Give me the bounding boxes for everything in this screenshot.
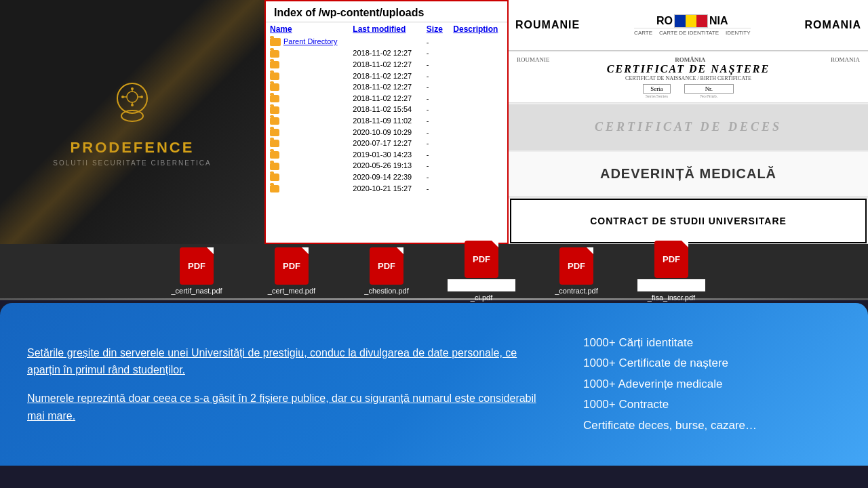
pdf-label: PDF: [283, 261, 300, 271]
col-modified[interactable]: Last modified: [349, 22, 422, 36]
id-romania-en: ROMANIA: [805, 19, 861, 31]
pdf-label: PDF: [473, 254, 490, 264]
pdf-filename: _chestion.pdf: [364, 287, 408, 295]
id-ro-prefix: RO: [656, 15, 673, 27]
bottom-right-line: 1000+ Adeverințe medicale: [583, 374, 841, 395]
pdf-icon: PDF: [465, 241, 498, 278]
pdf-item[interactable]: PDF _chestion.pdf: [339, 247, 434, 295]
birth-seria-sub: Serie/Series: [646, 94, 668, 99]
svg-point-2: [127, 92, 138, 102]
birth-subtitle: CERTIFICAT DE NAISSANCE / BIRTH CERTIFIC…: [625, 75, 751, 81]
birth-romania: ROMÂNIA: [675, 56, 705, 63]
table-row: 2020-07-17 12:27 -: [266, 138, 507, 149]
bottom-right-line: Certificate deces, burse, cazare…: [583, 415, 841, 436]
bottom-left: Setările greșite din serverele unei Univ…: [27, 344, 542, 424]
bottom-text-2[interactable]: Numerele reprezintă doar ceea ce s-a găs…: [27, 390, 542, 424]
col-size[interactable]: Size: [422, 22, 450, 36]
birth-nr-label: Nr.: [684, 84, 734, 94]
bottom-right-line: 1000+ Certificate de naștere: [583, 353, 841, 374]
svg-point-1: [121, 110, 143, 121]
pdf-item[interactable]: PDF _ci.pdf: [434, 241, 529, 302]
pdf-item[interactable]: PDF _certif_nast.pdf: [149, 247, 244, 295]
id-carte: CARTE: [634, 30, 652, 36]
bottom-text-1[interactable]: Setările greșite din serverele unei Univ…: [27, 344, 542, 379]
pdf-filename: _certif_nast.pdf: [171, 287, 222, 295]
documents-panel: ROUMANIE RO NIA CARTE CARTE DE IDENTITAT…: [509, 0, 868, 244]
bottom-section: Setările greșite din serverele unei Univ…: [0, 303, 868, 466]
pdf-filename: _contract.pdf: [555, 287, 598, 295]
pdf-item[interactable]: PDF _cert_med.pdf: [244, 247, 339, 295]
index-table: Name Last modified Size Description Pare…: [266, 22, 507, 194]
pdf-label: PDF: [663, 254, 680, 264]
birth-title: CERTIFICAT DE NAȘTERE: [607, 63, 770, 75]
table-row: 2020-10-21 15:27 -: [266, 182, 507, 194]
table-row: 2018-11-02 12:27 -: [266, 81, 507, 93]
birth-romania-en: ROMANIA: [831, 56, 860, 63]
logo-icon: [105, 78, 159, 132]
id-identity: IDENTITY: [726, 30, 750, 36]
parent-directory-link[interactable]: Parent Directory: [283, 37, 337, 45]
col-name[interactable]: Name: [266, 22, 349, 36]
romania-flag: [674, 14, 708, 28]
table-row: 2018-11-02 15:54 -: [266, 104, 507, 115]
table-row: 2019-01-30 14:23 -: [266, 148, 507, 160]
death-cert-title: CERTIFICAT DE DECES: [595, 120, 782, 134]
svg-point-8: [121, 96, 124, 98]
id-nia-suffix: NIA: [709, 15, 728, 27]
pdf-filename: _ci.pdf: [471, 293, 492, 302]
svg-point-9: [140, 96, 143, 98]
file-index-panel: Index of /wp-content/uploads Name Last m…: [264, 0, 509, 244]
table-row: 2018-11-02 12:27 -: [266, 70, 507, 81]
death-cert-row: CERTIFICAT DE DECES: [509, 104, 868, 150]
table-row: 2018-11-02 12:27 -: [266, 47, 507, 59]
pdf-item[interactable]: PDF _fisa_inscr.pdf: [624, 241, 719, 302]
pdf-icon: PDF: [180, 247, 214, 285]
pdf-icon: PDF: [654, 241, 688, 278]
medical-cert-row: ADEVERINȚĂ MEDICALĂ: [509, 152, 868, 197]
pdf-label: PDF: [378, 261, 395, 271]
pdf-filename: _cert_med.pdf: [268, 287, 315, 295]
table-row: 2018-11-02 12:27 -: [266, 59, 507, 70]
bottom-right: 1000+ Cărți identitate1000+ Certificate …: [583, 333, 841, 436]
svg-point-10: [131, 104, 134, 106]
medical-cert-title: ADEVERINȚĂ MEDICALĂ: [600, 166, 776, 182]
id-carte-identitate: CARTE DE IDENTITATE: [659, 30, 719, 36]
bottom-right-line: 1000+ Cărți identitate: [583, 333, 841, 354]
table-row: 2020-09-14 22:39 -: [266, 171, 507, 183]
id-card-row: ROUMANIE RO NIA CARTE CARTE DE IDENTITAT…: [509, 0, 868, 51]
pdf-icon: PDF: [559, 247, 593, 285]
contract-row: CONTRACT DE STUDII UNIVERSITARE: [509, 199, 868, 244]
pdf-item[interactable]: PDF _contract.pdf: [529, 247, 624, 295]
logo-title: PRODEFENCE: [71, 139, 195, 157]
logo-panel: PRODEFENCE SOLUTII SECURITATE CIBERNETIC…: [0, 0, 264, 244]
pdf-icon: PDF: [275, 247, 309, 285]
bottom-right-line: 1000+ Contracte: [583, 394, 841, 415]
table-row: 2018-11-02 12:27 -: [266, 92, 507, 104]
pdf-filename: _fisa_inscr.pdf: [648, 293, 695, 302]
pdf-strip: PDF _certif_nast.pdf PDF _cert_med.pdf P…: [0, 244, 868, 298]
pdf-icon: PDF: [370, 247, 403, 285]
birth-seria-label: Seria: [643, 84, 671, 94]
table-row: 2020-10-09 10:29 -: [266, 126, 507, 138]
pdf-label: PDF: [188, 261, 205, 271]
table-row: 2018-11-09 11:02 -: [266, 115, 507, 127]
svg-point-7: [131, 87, 134, 90]
birth-cert-row: ROUMANIE ROMÂNIA ROMANIA CERTIFICAT DE N…: [509, 52, 868, 103]
col-desc[interactable]: Description: [449, 22, 507, 36]
pdf-label: PDF: [568, 261, 585, 271]
birth-roumanie: ROUMANIE: [517, 56, 550, 63]
index-title: Index of /wp-content/uploads: [266, 1, 507, 22]
contract-title: CONTRACT DE STUDII UNIVERSITARE: [510, 199, 867, 243]
birth-nr-sub: No/Nmb.: [700, 94, 717, 99]
id-roumanie: ROUMANIE: [515, 19, 580, 31]
logo-subtitle: SOLUTII SECURITATE CIBERNETICA: [53, 159, 212, 167]
table-row: 2020-05-26 19:13 -: [266, 160, 507, 171]
